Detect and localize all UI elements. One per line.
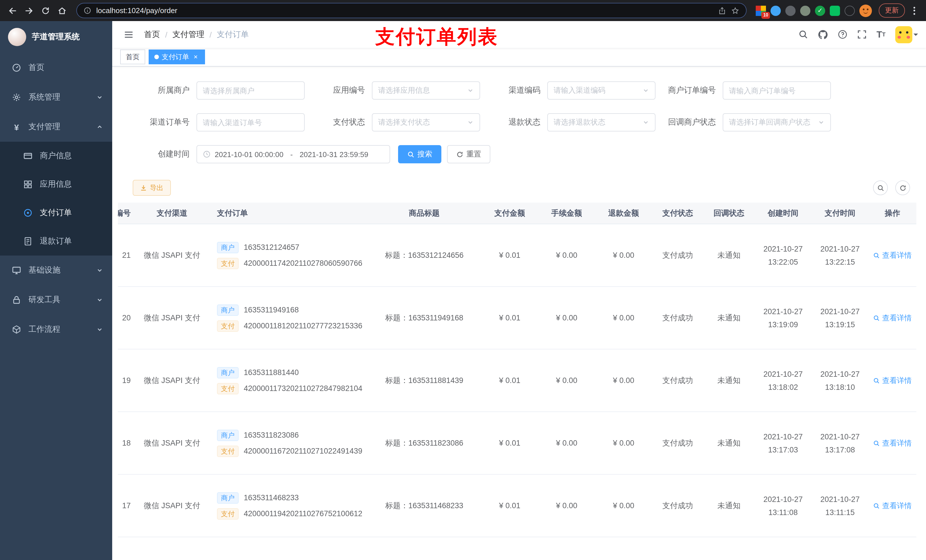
search-icon[interactable] bbox=[799, 30, 808, 39]
refund-status-select[interactable]: 请选择退款状态 bbox=[547, 113, 655, 131]
gray-extension-icon[interactable] bbox=[800, 5, 810, 16]
pay-status-select[interactable]: 请选择支付状态 bbox=[372, 113, 480, 131]
merchant-input[interactable] bbox=[197, 82, 305, 100]
extension-badge: 10 bbox=[761, 12, 770, 18]
refresh-table-icon[interactable] bbox=[895, 180, 910, 195]
breadcrumb: 首页 / 支付管理 / 支付订单 bbox=[144, 29, 249, 39]
search-button[interactable]: 搜索 bbox=[398, 145, 441, 163]
browser-forward-icon[interactable] bbox=[21, 3, 36, 18]
pixel-extension-icon[interactable]: 10 bbox=[756, 5, 766, 16]
merchant-order-input[interactable] bbox=[723, 82, 831, 100]
browser-home-icon[interactable] bbox=[54, 3, 70, 18]
sidebar: 芋道管理系统 首页 系统管理 ¥ 支付管理 bbox=[0, 21, 112, 560]
fullscreen-icon[interactable] bbox=[857, 30, 867, 39]
filter-callback-status: 回调商户状态 请选择订单回调商户状态 bbox=[655, 113, 831, 131]
sidebar-item-pay[interactable]: ¥ 支付管理 bbox=[0, 112, 112, 142]
app-select[interactable]: 请选择应用信息 bbox=[372, 82, 480, 100]
search-icon bbox=[407, 151, 415, 158]
table-row: 20 微信 JSAPI 支付 商户1635311949168 支付4200001… bbox=[118, 287, 916, 349]
font-size-icon[interactable]: TT bbox=[876, 30, 885, 39]
channel-order-input[interactable] bbox=[197, 113, 305, 131]
logo-avatar bbox=[8, 28, 26, 46]
sidebar-item-merchant-info[interactable]: 商户信息 bbox=[0, 142, 112, 170]
toggle-search-icon[interactable] bbox=[873, 180, 888, 195]
search-button-label: 搜索 bbox=[418, 149, 432, 159]
table-row: 18 微信 JSAPI 支付 商户1635311823086 支付4200001… bbox=[118, 412, 916, 475]
export-button[interactable]: 导出 bbox=[133, 180, 171, 196]
grid-icon bbox=[23, 180, 33, 189]
browser-menu-icon[interactable] bbox=[909, 6, 919, 15]
tags-view-bar: 首页 支付订单 × bbox=[112, 48, 926, 66]
site-info-icon[interactable] bbox=[84, 7, 91, 14]
browser-chrome: localhost:1024/pay/order 10 ✓ 更新 bbox=[0, 0, 926, 21]
url-bar[interactable]: localhost:1024/pay/order bbox=[76, 3, 747, 18]
view-detail-link[interactable]: 查看详情 bbox=[873, 250, 912, 260]
merchant-tag: 商户 bbox=[217, 242, 239, 253]
filter-channel-code: 渠道编码 请输入渠道编码 bbox=[480, 82, 655, 100]
view-detail-link[interactable]: 查看详情 bbox=[873, 501, 912, 511]
pay-tag: 支付 bbox=[217, 383, 239, 394]
app-label: 应用编号 bbox=[305, 85, 372, 96]
range-separator: - bbox=[287, 150, 295, 158]
callback-status-select[interactable]: 请选择订单回调商户状态 bbox=[723, 113, 831, 131]
browser-profile-avatar[interactable] bbox=[859, 4, 872, 17]
filter-pay-status: 支付状态 请选择支付状态 bbox=[305, 113, 480, 131]
channel-code-select[interactable]: 请输入渠道编码 bbox=[547, 82, 655, 100]
monitor-icon bbox=[11, 266, 22, 275]
view-detail-link[interactable]: 查看详情 bbox=[873, 313, 912, 323]
pin-extension-icon[interactable] bbox=[844, 5, 855, 16]
view-detail-link[interactable]: 查看详情 bbox=[873, 438, 912, 448]
breadcrumb-separator: / bbox=[210, 30, 212, 39]
filter-app: 应用编号 请选择应用信息 bbox=[305, 82, 480, 100]
browser-reload-icon[interactable] bbox=[38, 3, 53, 18]
url-text: localhost:1024/pay/order bbox=[96, 6, 177, 15]
app-logo[interactable]: 芋道管理系统 bbox=[0, 21, 112, 53]
sidebar-item-devtools[interactable]: 研发工具 bbox=[0, 285, 112, 315]
tab-pay-order[interactable]: 支付订单 × bbox=[149, 50, 205, 64]
chevron-down-icon bbox=[818, 119, 825, 126]
sidebar-submenu-pay: 商户信息 应用信息 支付订单 退款订单 bbox=[0, 142, 112, 255]
chevron-down-icon bbox=[642, 87, 649, 94]
filter-refund-status: 退款状态 请选择退款状态 bbox=[480, 113, 655, 131]
sidebar-item-refund-order[interactable]: 退款订单 bbox=[0, 227, 112, 255]
dashboard-icon bbox=[11, 63, 22, 72]
tab-home[interactable]: 首页 bbox=[120, 50, 145, 64]
breadcrumb-separator: / bbox=[165, 30, 168, 39]
browser-back-icon[interactable] bbox=[5, 3, 20, 18]
check-extension-icon[interactable]: ✓ bbox=[815, 5, 825, 16]
reset-button-label: 重置 bbox=[466, 149, 481, 159]
view-detail-link[interactable]: 查看详情 bbox=[873, 375, 912, 386]
sidebar-item-pay-order[interactable]: 支付订单 bbox=[0, 199, 112, 227]
filter-merchant-order: 商户订单编号 bbox=[655, 82, 831, 100]
chat-extension-icon[interactable] bbox=[830, 5, 840, 16]
app-title: 芋道管理系统 bbox=[32, 32, 80, 42]
breadcrumb-home[interactable]: 首页 bbox=[144, 29, 160, 39]
pay-tag: 支付 bbox=[217, 445, 239, 457]
github-icon[interactable] bbox=[818, 29, 828, 39]
merchant-tag: 商户 bbox=[217, 304, 239, 315]
sidebar-item-infra[interactable]: 基础设施 bbox=[0, 255, 112, 285]
create-time-range-input[interactable]: 2021-10-01 00:00:00 - 2021-10-31 23:59:5… bbox=[197, 145, 390, 163]
blue-drop-extension-icon[interactable] bbox=[770, 5, 781, 16]
dark-extension-icon[interactable] bbox=[785, 5, 796, 16]
sidebar-item-system[interactable]: 系统管理 bbox=[0, 83, 112, 112]
sidebar-item-home[interactable]: 首页 bbox=[0, 53, 112, 83]
reset-button[interactable]: 重置 bbox=[447, 145, 490, 163]
sidebar-item-workflow[interactable]: 工作流程 bbox=[0, 315, 112, 344]
yen-icon: ¥ bbox=[11, 122, 22, 132]
help-icon[interactable] bbox=[838, 30, 847, 39]
create-time-label: 创建时间 bbox=[129, 149, 197, 159]
refresh-icon bbox=[456, 151, 464, 158]
browser-update-button[interactable]: 更新 bbox=[879, 3, 905, 18]
lock-icon bbox=[11, 295, 22, 305]
tab-close-icon[interactable]: × bbox=[192, 53, 199, 60]
active-tab-dot bbox=[154, 54, 159, 59]
table-row: 17 微信 JSAPI 支付 商户1635311468233 支付4200001… bbox=[118, 475, 916, 537]
bookmark-star-icon[interactable] bbox=[731, 6, 739, 15]
hamburger-icon[interactable] bbox=[120, 29, 137, 39]
sidebar-item-app-info[interactable]: 应用信息 bbox=[0, 170, 112, 199]
user-avatar[interactable] bbox=[895, 26, 918, 43]
navbar-actions: TT bbox=[799, 26, 918, 43]
extensions-area: 10 ✓ 更新 bbox=[754, 3, 921, 18]
share-icon[interactable] bbox=[718, 6, 726, 15]
